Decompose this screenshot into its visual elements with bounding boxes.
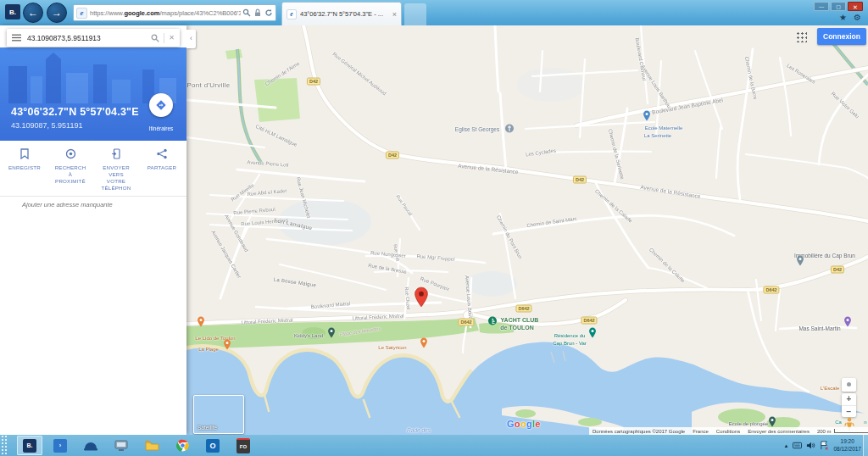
map-canvas[interactable] [186, 25, 868, 435]
map-extra-control[interactable] [842, 378, 856, 392]
place-actions: ENREGISTRRECHERCHÀPROXIMITÉENVOYERVERSVO… [0, 141, 186, 192]
settings-gear-icon[interactable]: ⚙ [854, 13, 861, 22]
forward-button[interactable]: → [47, 3, 67, 23]
route-shield: D42 [573, 176, 587, 184]
pin-gray[interactable] [797, 254, 804, 270]
taskbar-app-explorer[interactable] [108, 436, 134, 455]
dot-icon [847, 382, 851, 386]
pin-dark[interactable] [328, 326, 336, 342]
taskbar-app-b[interactable]: B. [17, 436, 42, 455]
menu-icon[interactable] [12, 34, 21, 42]
map-viewport[interactable]: ‹ Pont d'UrvilleChemin de l'AimeRue Géné… [186, 25, 868, 435]
tab-favicon: e [287, 9, 297, 19]
add-missing-address-link[interactable]: Ajouter une adresse manquante [22, 201, 113, 209]
directions-label: Itinéraires [137, 125, 185, 131]
svg-text:✕: ✕ [825, 446, 829, 450]
map-label: La Serinette [644, 133, 671, 138]
tray-expand-icon[interactable]: ▲ [784, 443, 789, 448]
url-text[interactable]: https://www.google.com/maps/place/43%C2%… [90, 9, 241, 17]
action-envoyer[interactable]: ENVOYERVERSVOTRETÉLÉPHON [93, 146, 139, 192]
marker-red[interactable] [415, 286, 429, 312]
route-shield: D42 [307, 78, 320, 86]
search-icon[interactable] [242, 8, 251, 17]
map-label: L'Escale [821, 386, 840, 391]
taskbar-app-outlook[interactable]: O [200, 436, 225, 455]
taskbar-app-fo[interactable]: FO [231, 436, 256, 455]
map-attribution-bar: Données cartographiques ©2017 Google Fra… [589, 427, 868, 435]
computer-icon [114, 440, 128, 452]
back-button[interactable]: ← [23, 3, 43, 23]
taskbar-app-folder[interactable] [139, 436, 164, 455]
new-tab-button[interactable] [404, 3, 426, 25]
sidebar-collapse-button[interactable]: ‹ [186, 30, 196, 48]
attribution-text: Données cartographiques ©2017 Google [593, 429, 685, 434]
google-logo-letter: g [526, 419, 532, 429]
tab-close-icon[interactable]: × [392, 10, 397, 19]
browser-tab[interactable]: e 43°06'32.7"N 5°57'04.3"E - ... × [281, 2, 402, 25]
action-label: ENVOYERVERSVOTRETÉLÉPHON [102, 164, 131, 192]
nearby-search-icon [65, 147, 76, 163]
directions-button[interactable] [149, 93, 173, 117]
maximize-button[interactable]: ▢ [831, 2, 846, 11]
taskbar-app-chrome[interactable] [170, 436, 195, 455]
divider [0, 196, 186, 197]
maps-sidebar: 43.1090873,5.9511913 ✕ 43°06'32.7"N 5°57… [0, 25, 186, 435]
pin-blue[interactable] [643, 109, 651, 125]
system-tray: ▲ ✕ 19:20 08/12/2017 [784, 435, 862, 456]
circle-gray[interactable] [505, 121, 515, 136]
taskbar-grip[interactable] [1, 435, 8, 456]
circle-green[interactable] [488, 314, 498, 329]
search-icon[interactable] [151, 34, 159, 42]
refresh-icon[interactable] [264, 8, 273, 17]
volume-icon[interactable] [806, 441, 815, 450]
google-logo-letter: o [520, 419, 526, 429]
map-label: Pont d'Urville [186, 81, 230, 89]
close-button[interactable]: ✕ [848, 2, 863, 11]
browser-titlebar: B. ← → e https://www.google.com/maps/pla… [0, 0, 868, 25]
taskbar-clock[interactable]: 19:20 08/12/2017 [833, 438, 861, 453]
action-enregistr[interactable]: ENREGISTR [2, 146, 47, 192]
taskbar-app-server[interactable] [78, 436, 103, 455]
route-shield: D42 [386, 152, 399, 159]
pin-purple[interactable] [844, 315, 852, 331]
map-label: Ca [835, 420, 842, 425]
route-shield: D642 [515, 305, 531, 313]
search-input[interactable]: 43.1090873,5.9511913 [27, 34, 151, 42]
taskbar-app-powershell[interactable]: › [47, 436, 73, 455]
google-apps-grid-icon[interactable] [796, 31, 807, 42]
minimize-button[interactable]: — [814, 2, 829, 11]
search-box[interactable]: 43.1090873,5.9511913 ✕ [7, 29, 180, 47]
route-shield: D642 [581, 317, 597, 325]
zoom-in-button[interactable]: + [842, 393, 856, 406]
place-coordinates-dms: 43°06'32.7"N 5°57'04.3"E [11, 106, 139, 118]
divider [164, 33, 164, 43]
directions-icon [155, 99, 167, 111]
action-center-flag-icon[interactable]: ✕ [820, 441, 829, 450]
taskbar: B. › [0, 435, 868, 456]
favorites-star-icon[interactable]: ★ [839, 13, 847, 22]
clear-search-icon[interactable]: ✕ [169, 34, 175, 42]
action-recherch[interactable]: RECHERCHÀPROXIMITÉ [47, 146, 93, 192]
zoom-out-button[interactable]: − [842, 406, 856, 418]
satellite-toggle[interactable]: Satellite [193, 395, 244, 434]
satellite-label: Satellite [198, 425, 217, 431]
address-bar[interactable]: e https://www.google.com/maps/place/43%C… [73, 4, 276, 21]
outlook-icon: O [206, 439, 220, 453]
show-desktop-button[interactable] [863, 435, 868, 456]
screen: B. ← → e https://www.google.com/maps/pla… [0, 0, 868, 456]
lock-icon [253, 8, 262, 17]
terms-link[interactable]: Conditions [716, 429, 740, 434]
pin-teal[interactable] [589, 326, 597, 342]
feedback-link[interactable]: Envoyer des commentaires [748, 429, 810, 434]
map-label: Kiddy's Land [294, 333, 323, 338]
pin-orange[interactable] [198, 315, 205, 331]
keyboard-icon[interactable] [793, 441, 802, 450]
pin-orange[interactable] [224, 338, 231, 353]
pin-orange[interactable] [420, 336, 428, 352]
bookmark-icon [19, 147, 30, 163]
signin-button[interactable]: Connexion [817, 28, 866, 45]
action-partager[interactable]: PARTAGER [139, 146, 185, 192]
route-shield: D42 [831, 266, 844, 274]
folder-icon [145, 440, 159, 451]
map-label: Cap Brun - Var [553, 341, 587, 346]
